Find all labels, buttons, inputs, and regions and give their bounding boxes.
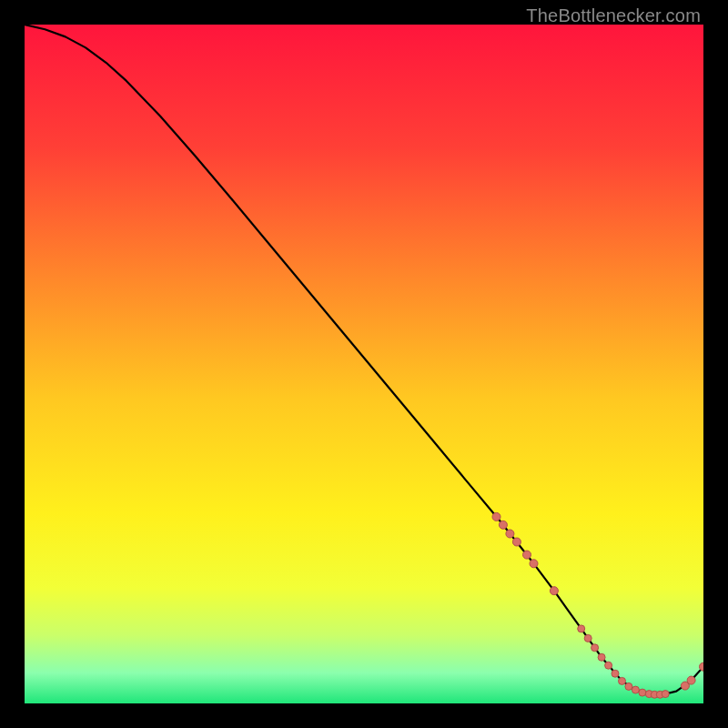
data-point (598, 653, 605, 661)
data-point (530, 560, 538, 568)
data-point (632, 686, 639, 693)
data-point (612, 670, 619, 677)
data-point (523, 551, 531, 559)
data-point (492, 512, 500, 521)
data-point (584, 634, 592, 642)
watermark-text: TheBottlenecker.com (526, 5, 701, 26)
data-point (700, 662, 704, 671)
data-point (619, 677, 626, 684)
data-point (625, 682, 632, 690)
data-point (687, 676, 695, 684)
data-point (639, 689, 646, 696)
data-point (605, 662, 612, 669)
data-point (550, 587, 558, 595)
data-point (499, 521, 507, 529)
data-point (512, 538, 521, 546)
data-point (662, 691, 669, 698)
gradient-background (25, 25, 703, 703)
plot-svg (25, 25, 703, 703)
data-point (592, 644, 599, 652)
plot-area (25, 25, 703, 703)
data-point (578, 625, 585, 632)
data-point (506, 530, 514, 538)
chart-frame: TheBottlenecker.com (0, 0, 728, 728)
